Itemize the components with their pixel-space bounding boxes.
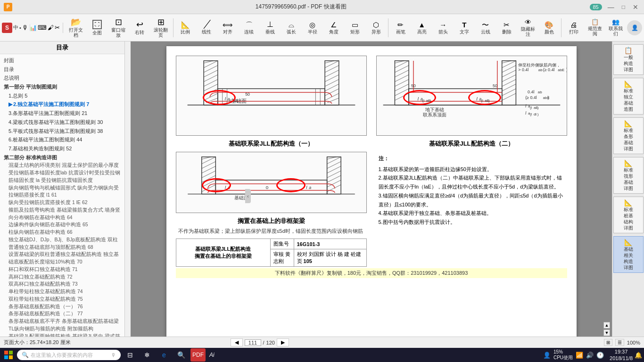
sidebar-standalone[interactable]: 📐 标准独立基础造图 — [613, 78, 644, 115]
search-bar[interactable]: 🔍 在这里输入你要搜索的内容 🎙 — [17, 350, 121, 360]
pdf-view-area[interactable]: 基础面 — [131, 41, 612, 337]
toc-expand-8[interactable]: 独立基础DJ、DJp、BJj、BJp底板配筋构造 双柱普通独立基础底部与顶部配筋… — [4, 236, 121, 251]
toc-expand-14[interactable]: 双柱带短柱独立基础配筋构造 75 — [4, 296, 121, 303]
highlight-icon: ▲ — [418, 21, 425, 28]
toc-item-toc[interactable]: 目录 — [4, 65, 121, 74]
toc-item-5[interactable]: 5.平板式筏形基础平法施工图制图规则 38 — [4, 127, 121, 136]
spec-lookup-label: 规范查阅 — [586, 26, 604, 36]
scale-button[interactable]: 📐 比例 — [175, 16, 196, 40]
restore-button[interactable]: □ — [620, 4, 627, 10]
scroll-down-button[interactable]: ▼ — [603, 329, 610, 336]
scroll-up-button[interactable]: ▲ — [603, 322, 610, 329]
toc-expand-10[interactable]: 杯口和双杯口独立基础构造 71 — [4, 266, 121, 273]
window-zoom-button[interactable]: ⊡ 窗口缩放 — [108, 16, 129, 40]
perpendicular-button[interactable]: ⊥ 垂线 — [260, 16, 281, 40]
toc-expand-15[interactable]: 条形基础底板配筋构造（一） 76 — [4, 303, 121, 311]
pen-button[interactable]: ✏ 画笔 — [390, 16, 411, 40]
sidebar-raft[interactable]: 📐 标准筏形基础详图 — [613, 157, 644, 194]
toc-item-intro[interactable]: 总说明 — [4, 74, 121, 82]
print-button[interactable]: 🖨 打印 — [563, 16, 584, 40]
spec-lookup-button[interactable]: 📋 规范查阅 — [585, 16, 605, 40]
view-mode-button-1[interactable]: ⊞ — [604, 339, 612, 346]
rect-button[interactable]: ▭ 矩形 — [345, 16, 365, 40]
align-button[interactable]: ⟺ 对齐 — [218, 16, 238, 40]
toc-expand-17[interactable]: 条形基础底板底不平齐 条形基础底板配筋基础梁TL纵向钢筋与箍筋的构造 附加箍筋构 — [4, 318, 121, 333]
rect-icon: ▭ — [352, 21, 358, 28]
arrow-button[interactable]: → 箭头 — [433, 16, 453, 40]
sidebar-strip[interactable]: 📐 标准条形基础详图 — [613, 117, 644, 154]
toc-expand-16[interactable]: 条形基础底板配筋构造（二） 77 — [4, 310, 121, 318]
toc-item-4[interactable]: 4.梁板式筏形基础平法施工图制图规则 30 — [4, 118, 121, 127]
view-mode-button-2[interactable]: ☰ — [615, 339, 624, 346]
delete-button[interactable]: ✂ 删除 — [496, 16, 517, 40]
sidebar-pile[interactable]: 📐 标准桩基础构详图 — [613, 197, 644, 233]
toc-expand-9[interactable]: 设置基础梁的双柱普通独立基础配筋构造 独立基础底板配筋长度缩短10%构造 70 — [4, 251, 121, 266]
polygon-button[interactable]: ⬡ 异形 — [366, 16, 386, 40]
arc-icon: ⌓ — [289, 21, 294, 28]
prev-page-button[interactable]: ◀ — [231, 338, 243, 346]
color-button[interactable]: 🎨 颜色 — [539, 16, 559, 40]
toc-expand-1[interactable]: 混凝土结构的环境类别 混凝土保护层的最小厚度 — [4, 162, 121, 169]
notification-icon[interactable]: 🔔 — [635, 352, 642, 359]
toc-expand-4[interactable]: 纵向受拉钢筋抗震搭接长度 1 lE 62 — [4, 199, 121, 206]
spec-lookup-icon: 📋 — [591, 19, 599, 25]
contact-icon: 👥 — [612, 19, 619, 25]
svg-text:dl: dl — [533, 112, 536, 116]
toc-expand-12[interactable]: 双高杯口独立基础配筋构造 73 — [4, 280, 121, 288]
arc-button[interactable]: ⌓ 弧长 — [281, 16, 302, 40]
toc-item-part1[interactable]: 第一部分 平法制图规则 — [4, 82, 121, 91]
taskbar-app-search[interactable]: 🔍 — [173, 348, 189, 362]
toc-expand-13[interactable]: 单柱带短柱独立基础配筋构造 74 — [4, 288, 121, 296]
taskbar-taskview[interactable]: ⊟ — [123, 348, 138, 362]
taskbar-app-1[interactable]: ❄ — [140, 348, 155, 362]
sidebar-related[interactable]: 📐 基础相关构造详图 — [613, 236, 644, 273]
toc-item-6[interactable]: 6.桩基础平法施工图制图规则 44 — [4, 135, 121, 144]
highlight-button[interactable]: ▲ 高亮 — [412, 16, 432, 40]
linear-button[interactable]: ╱ 线性 — [197, 16, 217, 40]
radius-button[interactable]: ◎ 半径 — [302, 16, 322, 40]
taskbar-app-pdf[interactable]: PDF — [190, 348, 206, 362]
full-view-button[interactable]: ⛶ 全图 — [87, 16, 107, 40]
toc-expand-5[interactable]: 箍筋及拉筋弯钩构造 基础梁箍筋复合方式 墙身竖向分布钢筋在基础中构造 64 — [4, 206, 121, 222]
minimize-button[interactable]: — — [606, 3, 616, 11]
rotate-icon: ↩ — [136, 20, 143, 29]
toc-expand-2[interactable]: 受拉钢筋基本锚固长度lab 抗震设计时受拉受拉钢筋锚固长度 la 受拉钢筋抗震锚… — [4, 169, 121, 184]
user-avatar[interactable]: 👤 — [627, 20, 642, 35]
open-doc-label: 打开文档 — [67, 27, 85, 38]
tray-icon-sound: 🔊 — [586, 352, 594, 359]
text-button[interactable]: T 文字 — [454, 16, 474, 40]
angle-button[interactable]: ∠ 角度 — [323, 16, 344, 40]
bottom-bar: 页面大小：25.74×18.20 厘米 ▲ ▼ ◀ 111 / 120 ▶ ⊞ … — [0, 337, 644, 348]
contact-button[interactable]: 👥 联系我们 — [606, 16, 626, 40]
bottom-advert: 下料软件《翻样算尺》复制锁，180元，淘宝销售，QQ群：231019929，42… — [176, 268, 567, 278]
toc-item-2[interactable]: ▶2.独立基础平法施工图制图规则 7 — [4, 100, 121, 109]
toc-item-3[interactable]: 3.条形基础平法施工图制图规则 21 — [4, 109, 121, 118]
close-button[interactable]: ✕ — [631, 3, 640, 11]
toc-collapse-handle[interactable]: ‹ — [245, 189, 251, 203]
scroll-flip-button[interactable]: ⊞ 滚轮翻页 — [151, 16, 171, 40]
hide-annotations-button[interactable]: 👁 隐藏标注 — [518, 16, 538, 40]
next-page-button[interactable]: ▶ — [277, 338, 289, 346]
toc-content[interactable]: 封面 目录 总说明 第一部分 平法制图规则 1.总则 5 ▶2.独立基础平法施工… — [0, 54, 124, 337]
text-label: 文字 — [460, 29, 469, 34]
toc-expand-7[interactable]: 柱纵向钢筋在基础中构造 66 — [4, 229, 121, 236]
rotate-label: 右转 — [135, 30, 144, 35]
toc-item-part2[interactable]: 第二部分 标准构造详图 — [4, 153, 121, 162]
start-button[interactable] — [2, 348, 15, 362]
toc-expand-3[interactable]: 纵向钢筋弯钩与机械锚固形式 纵向受力钢纵向受拉钢筋搭接长度 l1 61 — [4, 184, 121, 199]
toc-expand-18[interactable]: 基础梁JL配置两种箍筋构造 基础梁JL竖向 梁式筏形基础梁JL端部与外伸部位钢筋… — [4, 333, 121, 337]
sidebar-general[interactable]: 📋 一般构造详图 — [613, 44, 644, 75]
toc-expand-11[interactable]: 高杯口独立基础配筋构造 72 — [4, 273, 121, 281]
toc-expand-6[interactable]: 边缘构件纵向钢筋在基础中构造 65 — [4, 221, 121, 229]
open-doc-button[interactable]: 📂 打开文档 — [66, 16, 86, 40]
toc-item-cover[interactable]: 封面 — [4, 56, 121, 65]
toc-item-7[interactable]: 7.基础相关构造制图规则 52 — [4, 144, 121, 153]
taskbar-app-ie[interactable]: e — [157, 348, 172, 362]
connect-button[interactable]: ⌒ 连续 — [239, 16, 259, 40]
cloud-line-button[interactable]: 〜 云线 — [475, 16, 495, 40]
rotate-button[interactable]: ↩ 右转 — [130, 16, 150, 40]
toc-item-1[interactable]: 1.总则 5 — [4, 91, 121, 100]
svg-text:> 0.4l: > 0.4l — [518, 67, 528, 72]
print-label: 打印 — [569, 29, 578, 34]
polygon-label: 异形 — [372, 29, 381, 34]
